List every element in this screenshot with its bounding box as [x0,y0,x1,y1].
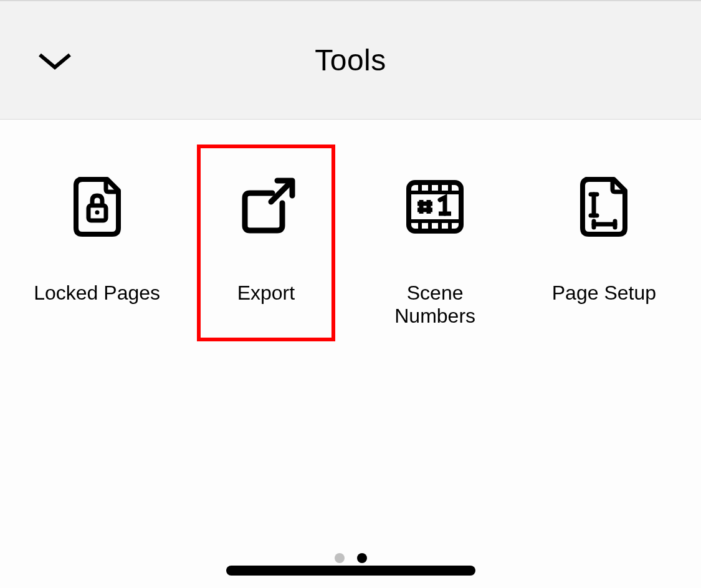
bottom-bar [226,553,475,576]
tool-label: Export [232,282,300,305]
locked-pages-icon [66,176,128,238]
tools-header: Tools [0,0,701,120]
export-icon [235,176,297,238]
tool-label: Locked Pages [29,282,165,305]
pagination-dots[interactable] [335,553,367,563]
chevron-down-icon [37,51,72,71]
tools-grid: Locked Pages Export [0,120,701,341]
collapse-button[interactable] [37,50,72,72]
page-dot-2[interactable] [357,553,367,563]
tool-scene-numbers[interactable]: Scene Numbers [366,145,504,341]
home-indicator[interactable] [226,566,475,576]
tool-export[interactable]: Export [197,145,335,341]
page-title: Tools [315,43,386,77]
tool-page-setup[interactable]: Page Setup [535,145,673,341]
scene-numbers-icon [404,176,466,238]
tool-locked-pages[interactable]: Locked Pages [28,145,166,341]
svg-rect-2 [409,183,461,231]
svg-point-1 [95,211,99,215]
tool-label: Page Setup [547,282,661,305]
page-setup-icon [573,176,635,238]
page-dot-1[interactable] [335,553,345,563]
tool-label: Scene Numbers [366,282,504,328]
